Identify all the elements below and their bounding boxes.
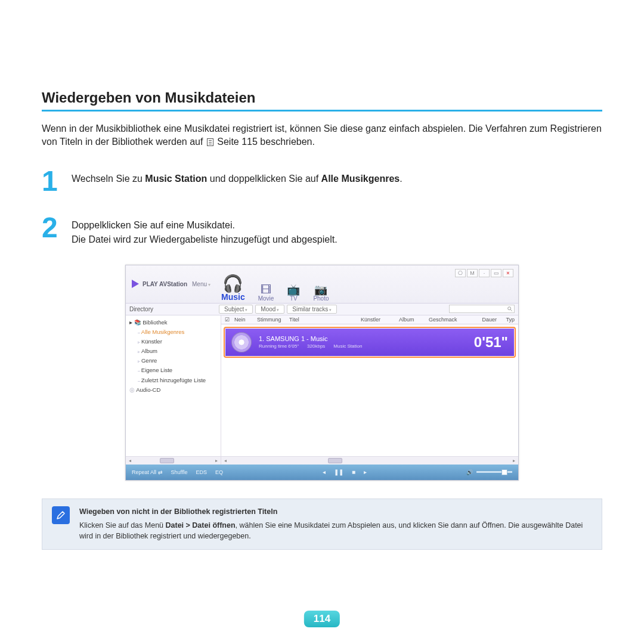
tree-label: Alle Musikgenres <box>138 329 184 335</box>
col-geschmack[interactable]: Geschmack <box>429 317 470 323</box>
search-icon <box>507 306 513 312</box>
sidebar: ▸ 📚 Bibliothek Alle Musikgenres Künstler… <box>126 315 221 465</box>
window-close-button[interactable]: × <box>503 269 513 277</box>
repeat-button[interactable]: Repeat All ⇄ <box>132 469 163 475</box>
step-text: und doppelklicken Sie auf <box>207 174 321 184</box>
step-text: Die Datei wird zur Wiedergabeliste hinzu… <box>72 233 602 247</box>
app-toolbar: Directory Subject Mood Similar tracks <box>126 304 518 315</box>
filter-subject[interactable]: Subject <box>219 305 253 314</box>
shuffle-button[interactable]: Shuffle <box>171 469 188 475</box>
window-controls: ⎔ M · ▭ × <box>455 269 513 277</box>
page-title: Wiedergeben von Musikdateien <box>42 89 602 106</box>
filter-mood[interactable]: Mood <box>255 305 284 314</box>
title-rule <box>42 110 602 112</box>
note-text-part: Klicken Sie auf das Menü <box>79 521 166 530</box>
intro-paragraph: Wenn in der Musikbibliothek eine Musikda… <box>42 122 602 149</box>
step-2: 2 Doppelklicken Sie auf eine Musikdatei.… <box>42 213 602 247</box>
app-brand: PLAY AVStation <box>143 281 187 287</box>
window-btn[interactable]: ▭ <box>491 269 501 277</box>
tree-item-all-genres[interactable]: Alle Musikgenres <box>129 327 217 337</box>
tree-item-artist[interactable]: Künstler <box>129 337 217 346</box>
tree-item-genre[interactable]: Genre <box>129 356 217 366</box>
tree-label: Genre <box>138 357 157 364</box>
tab-movie[interactable]: 🎞 Movie <box>258 284 274 302</box>
stop-button[interactable]: ■ <box>352 469 355 475</box>
intro-text-b: Seite 115 beschrieben. <box>215 137 315 147</box>
label: Repeat All <box>132 469 156 475</box>
window-btn[interactable]: · <box>479 269 490 277</box>
tab-tv[interactable]: 📺 TV <box>287 284 300 302</box>
tree-item-audio-cd[interactable]: Audio-CD <box>129 385 217 395</box>
scrollbar-thumb[interactable] <box>328 458 342 463</box>
tv-icon: 📺 <box>287 284 300 295</box>
col-checkbox[interactable]: ☑ <box>225 317 232 323</box>
step-text: Wechseln Sie zu <box>72 174 145 184</box>
volume-icon[interactable]: 🔊 <box>466 469 473 475</box>
tree-item-own-list[interactable]: Eigene Liste <box>129 366 217 375</box>
tab-label: TV <box>290 295 298 302</box>
page-ref-icon <box>207 138 213 146</box>
now-playing-info: 1. SAMSUNG 1 - Music Running time 6'05" … <box>259 335 467 349</box>
track-bitrate: 320kbps <box>307 343 325 349</box>
track-source: Music Station <box>333 343 362 349</box>
now-playing-row[interactable]: 1. SAMSUNG 1 - Music Running time 6'05" … <box>224 327 516 358</box>
search-input[interactable] <box>449 305 515 313</box>
prev-button[interactable]: ◂ <box>323 469 326 475</box>
track-list-pane: ☑ Nein Stimmung Titel Künstler Album Ges… <box>221 315 518 465</box>
tab-music[interactable]: 🎧 Music <box>221 275 245 302</box>
main-scrollbar[interactable] <box>221 456 518 465</box>
next-button[interactable]: ▸ <box>364 469 367 475</box>
disc-icon <box>231 332 252 352</box>
step-body: Doppelklicken Sie auf eine Musikdatei. D… <box>72 213 602 247</box>
track-title: 1. SAMSUNG 1 - Music <box>259 335 467 342</box>
station-tabs: 🎧 Music 🎞 Movie 📺 TV 📷 Photo <box>221 275 329 302</box>
svg-point-0 <box>508 307 511 310</box>
sidebar-scrollbar[interactable] <box>126 456 221 465</box>
scrollbar-thumb[interactable] <box>160 458 174 463</box>
volume-slider[interactable] <box>476 471 512 473</box>
tree-item-album[interactable]: Album <box>129 346 217 356</box>
col-stimmung[interactable]: Stimmung <box>257 317 287 323</box>
step-body: Wechseln Sie zu Music Station und doppel… <box>72 167 602 196</box>
intro-text-a: Wenn in der Musikbibliothek eine Musikda… <box>42 123 602 147</box>
tree-label: Künstler <box>138 338 162 345</box>
note-text: Klicken Sie auf das Menü Datei > Datei ö… <box>79 520 592 543</box>
tree-label: Eigene Liste <box>138 367 172 373</box>
filter-similar[interactable]: Similar tracks <box>287 305 337 314</box>
window-btn[interactable]: ⎔ <box>455 269 466 277</box>
col-nein[interactable]: Nein <box>234 317 255 323</box>
note-bold: Datei > Datei öffnen <box>166 521 236 530</box>
tree-label: Album <box>138 348 157 354</box>
window-btn[interactable]: M <box>467 269 478 277</box>
column-headers: ☑ Nein Stimmung Titel Künstler Album Ges… <box>221 315 518 324</box>
eds-button[interactable]: EDS <box>196 469 207 475</box>
page-number: 114 <box>304 611 340 627</box>
col-album[interactable]: Album <box>399 317 426 323</box>
headphones-icon: 🎧 <box>221 275 245 292</box>
col-typ[interactable]: Typ <box>499 317 515 323</box>
camera-icon: 📷 <box>313 284 329 295</box>
col-titel[interactable]: Titel <box>289 317 358 323</box>
track-runtime: Running time 6'05" <box>259 343 299 349</box>
tree-root[interactable]: ▸ 📚 Bibliothek <box>129 318 217 327</box>
svg-line-1 <box>510 310 512 312</box>
tab-photo[interactable]: 📷 Photo <box>313 284 329 302</box>
tree-item-recent[interactable]: Zuletzt hinzugefügte Liste <box>129 376 217 385</box>
step-number: 1 <box>42 167 61 196</box>
tree-label: Bibliothek <box>143 319 167 326</box>
tab-label: Music <box>221 292 245 302</box>
step-text: Doppelklicken Sie auf eine Musikdatei. <box>72 218 602 233</box>
note-body: Wiegeben von nicht in der Bibliothek reg… <box>79 506 592 542</box>
tab-label: Movie <box>258 295 274 302</box>
note-box: Wiegeben von nicht in der Bibliothek reg… <box>42 499 602 550</box>
app-header: PLAY AVStation Menu ⎔ M · ▭ × 🎧 Music 🎞 … <box>126 265 518 304</box>
directory-tree: ▸ 📚 Bibliothek Alle Musikgenres Künstler… <box>126 315 221 456</box>
eq-button[interactable]: EQ <box>215 469 223 475</box>
note-icon <box>52 506 70 524</box>
pause-button[interactable]: ❚❚ <box>334 469 343 475</box>
step-1: 1 Wechseln Sie zu Music Station und dopp… <box>42 167 602 196</box>
col-dauer[interactable]: Dauer <box>473 317 497 323</box>
tree-label: Zuletzt hinzugefügte Liste <box>138 377 206 383</box>
app-menu-button[interactable]: Menu <box>192 281 210 287</box>
col-kuenstler[interactable]: Künstler <box>361 317 397 323</box>
